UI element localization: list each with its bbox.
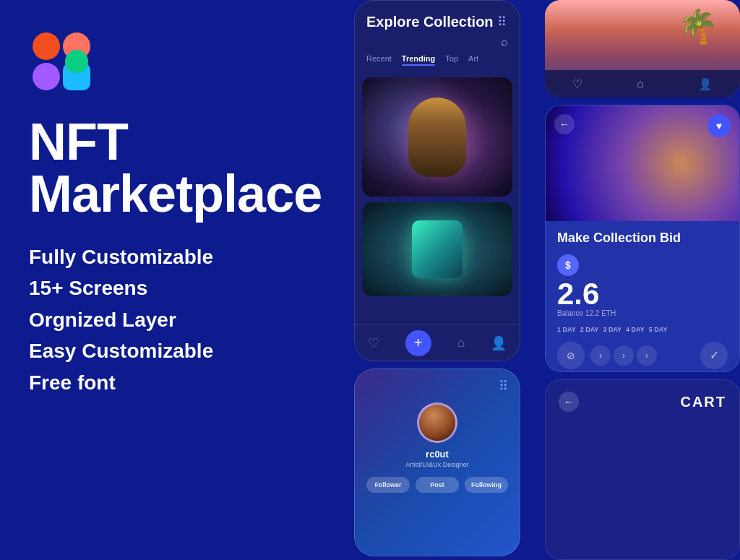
- phone1-tabs: Recent Trending Top Art: [366, 54, 508, 72]
- card-cart: ← CART: [545, 379, 740, 560]
- profile-menu-dots-icon[interactable]: ⠿: [499, 378, 509, 394]
- tab-trending[interactable]: Trending: [402, 54, 435, 66]
- search-icon[interactable]: ⌕: [501, 35, 508, 48]
- avatar: [417, 402, 457, 443]
- card-bid: ← ♥ Make Collection Bid $ 2.6 Balance 12…: [545, 105, 740, 372]
- desert-heart-icon[interactable]: ♡: [572, 77, 582, 91]
- main-title: NFT Marketplace: [29, 116, 304, 220]
- feature-1: Fully Customizable: [29, 241, 304, 272]
- feature-3: Orgnized Layer: [29, 304, 304, 335]
- tab-art[interactable]: Art: [468, 54, 478, 66]
- menu-dots-icon[interactable]: ⠿: [497, 14, 508, 30]
- robot-shape: [412, 220, 462, 278]
- svg-point-4: [65, 50, 88, 73]
- bid-body: Make Collection Bid $ 2.6 Balance 12.2 E…: [546, 221, 739, 372]
- nft-robot-image: [362, 202, 512, 296]
- bid-arrow-3[interactable]: ›: [637, 345, 657, 366]
- day-2-button[interactable]: 2 DAY: [580, 326, 599, 333]
- bid-arrow-buttons: › › ›: [590, 345, 657, 366]
- desert-home-icon[interactable]: ⌂: [637, 77, 644, 90]
- bid-actions: ⊘ › › › ✓: [557, 342, 728, 369]
- following-button[interactable]: Following: [465, 477, 508, 493]
- left-section: NFT Marketplace Fully Customizable 15+ S…: [0, 0, 332, 560]
- profile-name: rc0ut: [426, 449, 449, 460]
- bid-days: 1 DAY 2 DAY 3 DAY 4 DAY 5 DAY: [557, 326, 728, 333]
- home-nav-icon[interactable]: ⌂: [457, 335, 465, 350]
- tab-top[interactable]: Top: [445, 54, 458, 66]
- follower-label: Follower: [372, 481, 404, 488]
- figma-logo: [29, 29, 94, 94]
- bid-heart-button[interactable]: ♥: [707, 114, 731, 137]
- bid-balance: Balance 12.2 ETH: [557, 309, 728, 317]
- phone2-header: ⠿: [355, 369, 520, 402]
- phone1-content: [355, 77, 520, 296]
- card-desert: 🌴 ♡ ⌂ 👤: [545, 0, 740, 98]
- cart-title: CART: [680, 394, 726, 410]
- face-silhouette: [408, 98, 466, 177]
- day-5-button[interactable]: 5 DAY: [649, 326, 668, 333]
- desert-profile-icon[interactable]: 👤: [698, 77, 713, 91]
- bid-hero-image: ← ♥: [546, 105, 739, 221]
- feature-4: Easy Customizable: [29, 335, 304, 366]
- features-list: Fully Customizable 15+ Screens Orgnized …: [29, 241, 304, 398]
- phone1-title: Explore Collection: [366, 14, 494, 30]
- nft-portrait-image: [362, 77, 512, 197]
- cart-back-button[interactable]: ←: [559, 392, 579, 412]
- post-label: Post: [421, 481, 453, 488]
- bid-cancel-button[interactable]: ⊘: [557, 342, 585, 369]
- post-button[interactable]: Post: [416, 477, 459, 493]
- day-3-button[interactable]: 3 DAY: [603, 326, 621, 333]
- follower-button[interactable]: Follower: [366, 477, 410, 493]
- nft-card-robot[interactable]: [362, 202, 512, 296]
- bid-confirm-button[interactable]: ✓: [700, 342, 728, 369]
- svg-rect-2: [33, 63, 60, 90]
- following-label: Following: [470, 481, 502, 488]
- profile-content: rc0ut Artist/UI&Ux Designer Follower Pos…: [355, 402, 520, 493]
- phones-area: Explore Collection ⠿ ⌕ Recent Trending T…: [332, 0, 740, 560]
- feature-2: 15+ Screens: [29, 272, 304, 303]
- svg-rect-0: [33, 33, 60, 60]
- heart-nav-icon[interactable]: ♡: [368, 335, 379, 351]
- nft-card-portrait[interactable]: [362, 77, 512, 197]
- bid-arrow-1[interactable]: ›: [590, 345, 611, 366]
- tab-recent[interactable]: Recent: [366, 54, 392, 66]
- bid-back-button[interactable]: ←: [554, 114, 575, 134]
- palm-tree-icon: 🌴: [678, 7, 718, 46]
- bid-title: Make Collection Bid: [557, 231, 728, 246]
- dollar-icon: $: [557, 254, 579, 276]
- bid-amount: 2.6: [557, 279, 728, 309]
- phone1-header: Explore Collection ⠿ ⌕ Recent Trending T…: [355, 1, 520, 77]
- phone-profile: ⠿ rc0ut Artist/UI&Ux Designer Follower P…: [354, 369, 520, 556]
- add-button[interactable]: +: [405, 330, 431, 356]
- avatar-image: [419, 405, 455, 441]
- bid-arrow-2[interactable]: ›: [614, 345, 634, 366]
- cart-header: ← CART: [546, 380, 739, 423]
- desert-bottom-nav: ♡ ⌂ 👤: [545, 70, 740, 98]
- profile-role: Artist/UI&Ux Designer: [405, 461, 469, 468]
- profile-stats: Follower Post Following: [366, 477, 508, 493]
- phone1-bottom-nav: ♡ + ⌂ 👤: [355, 324, 520, 361]
- day-1-button[interactable]: 1 DAY: [557, 326, 576, 333]
- feature-5: Free font: [29, 367, 304, 398]
- phone-explore-collection: Explore Collection ⠿ ⌕ Recent Trending T…: [354, 0, 520, 361]
- day-4-button[interactable]: 4 DAY: [626, 326, 645, 333]
- profile-nav-icon[interactable]: 👤: [491, 335, 507, 351]
